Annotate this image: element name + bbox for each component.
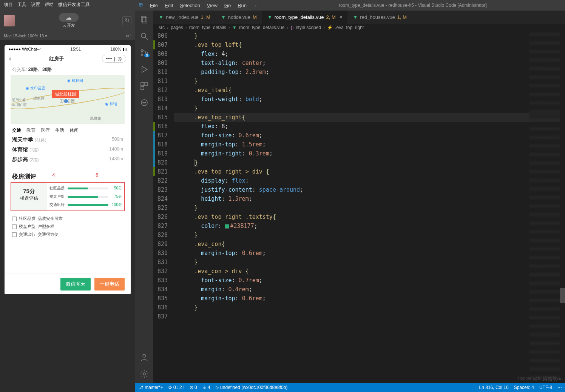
device-bar: Mac 15-inch 100% 16 ▾ ⧉ ⋮ (0, 32, 135, 40)
back-icon[interactable]: ‹ (9, 55, 11, 63)
settings-icon[interactable] (139, 369, 150, 379)
poi-list: 湖天中学(31路)500m 体育馆(1路)1400m 步步高(2路)1480m (5, 135, 131, 168)
scrollbar[interactable] (560, 31, 565, 383)
menu-dots-icon[interactable]: ••• | ◎ (102, 55, 126, 63)
indent-indicator[interactable]: Spaces: 4 (514, 385, 534, 390)
watermark: CSDN @叶染拾初on (517, 375, 563, 382)
overflow[interactable]: ⋯ (557, 385, 562, 390)
svg-point-11 (141, 100, 147, 106)
tab[interactable]: ▼red_houses.vue 1, M (347, 11, 412, 24)
editor-tabs: ▼new_index.vue 1, M ▼notice.vue M ▼room_… (153, 11, 565, 24)
menu-item[interactable]: 项目 (4, 2, 13, 8)
refresh-icon[interactable]: ↻ (122, 16, 131, 25)
menu-item[interactable]: 微信开发者工具 (58, 2, 90, 8)
map-poi: 通用北盛年-西广区 (12, 98, 27, 108)
cloud-dev-button[interactable]: ☁ 云开发 (19, 13, 119, 28)
activity-bar: 5 (135, 11, 153, 383)
devtools-toolbar: ☁ 云开发 ↻ (0, 9, 135, 32)
detail-row: 楼盘户型: 户型多样 (12, 223, 123, 231)
svg-point-5 (141, 54, 143, 56)
map-poi: ◉ 水印蓝庭 (26, 86, 45, 91)
debug-target[interactable]: ▷ undefined (wx0dc100f36d8e8f0b) (216, 385, 287, 390)
menu-overflow[interactable]: ··· (253, 3, 258, 8)
svg-line-3 (145, 37, 148, 40)
vscode-logo-icon: ⧉ (139, 2, 143, 9)
svg-rect-10 (141, 86, 144, 89)
chat-button[interactable]: 微信聊天 (60, 278, 91, 291)
signal-label: ●●●●● WeChat (8, 47, 41, 52)
time-label: 15:51 (71, 47, 81, 52)
menu-edit[interactable]: Edit (165, 3, 173, 8)
sim-statusbar: ●●●●● WeChat 15:51 100% ▮▯ (5, 45, 131, 53)
menu-item[interactable]: 帮助 (45, 2, 54, 8)
call-button[interactable]: 一键电话 (94, 278, 125, 291)
tab-leisure[interactable]: 休闲 (69, 127, 79, 134)
map-poi: 王猫公园 (60, 98, 75, 104)
device-tools[interactable]: ⧉ ⋮ (126, 34, 131, 38)
sim-footer: 微信聊天 一键电话 (5, 274, 131, 294)
tab-education[interactable]: 教育 (26, 127, 36, 134)
errors-indicator[interactable]: ⊘ 0 (190, 385, 197, 390)
device-label[interactable]: Mac 15-inch 100% 16 ▾ (4, 34, 47, 38)
ai-icon[interactable] (139, 97, 150, 108)
extensions-icon[interactable] (139, 81, 150, 91)
account-icon[interactable] (139, 352, 150, 363)
encoding-indicator[interactable]: UTF-8 (539, 385, 552, 390)
svg-marker-7 (142, 66, 147, 72)
breadcrumb[interactable]: src› pages› room_type_details› ▼room_typ… (153, 24, 565, 31)
tab-active[interactable]: ▼room_type_details.vue 2, M× (262, 11, 348, 24)
page-title: 红房子 (49, 55, 64, 62)
eva-right: 社区品质50分 楼盘户型75分 交通出行100分 (47, 183, 124, 211)
list-item[interactable]: 湖天中学(31路)500m (12, 135, 123, 145)
score-value: 75分 (11, 188, 47, 195)
explorer-icon[interactable] (139, 14, 150, 25)
tab-medical[interactable]: 医疗 (41, 127, 50, 134)
map-poi: ◉ 榆林园 (67, 78, 83, 83)
eva-row: 社区品质50分 (49, 184, 122, 192)
debug-icon[interactable] (139, 64, 150, 75)
cloud-icon: ☁ (59, 13, 79, 22)
menu-view[interactable]: View (207, 3, 218, 8)
search-icon[interactable] (139, 31, 150, 42)
eva-row: 交通出行100分 (49, 201, 122, 209)
map-pin: 城北碧桂园 (52, 90, 79, 98)
sync-indicator[interactable]: ⟳ 0↓ 2↑ (168, 385, 184, 390)
titlebar: ⧉ File Edit Selection View Go Run ··· ro… (135, 0, 565, 11)
editor[interactable]: 8068078088098108118128138148158168178188… (153, 31, 565, 383)
list-item[interactable]: 步步高(2路)1480m (12, 155, 123, 164)
tab[interactable]: ▼notice.vue M (216, 11, 262, 24)
code-area[interactable]: } .eva_top_left{ flex: 4; text-align: ce… (174, 31, 565, 383)
warnings-indicator[interactable]: ⚠ 4 (202, 385, 210, 390)
tab-life[interactable]: 生活 (55, 127, 64, 134)
menu-go[interactable]: Go (224, 3, 231, 8)
tab-traffic[interactable]: 交通 (12, 127, 21, 134)
svg-point-13 (143, 373, 145, 375)
map[interactable]: 城北碧桂园 ◉ 榆林园 ◉ 水印蓝庭 ◉ 和谐 观泉路 王猫公园 通用北盛年-西… (11, 75, 125, 124)
vscode: ⧉ File Edit Selection View Go Run ··· ro… (135, 0, 565, 392)
list-item[interactable]: 体育馆(1路)1400m (12, 145, 123, 155)
avatar[interactable] (4, 15, 15, 26)
sim-navbar: ‹ 红房子 ••• | ◎ (5, 53, 131, 64)
svg-rect-9 (145, 83, 148, 86)
cursor-position[interactable]: Ln 816, Col 16 (479, 385, 509, 390)
menu-file[interactable]: File (150, 3, 158, 8)
source-control-icon[interactable]: 5 (139, 48, 150, 58)
section-title: 楼房测评 (11, 171, 125, 181)
detail-row: 交通出行: 交通很方便 (12, 231, 123, 238)
menu-item[interactable]: 工具 (17, 2, 26, 8)
car-icon (12, 232, 17, 237)
close-icon[interactable]: × (340, 14, 343, 20)
svg-point-12 (143, 354, 146, 357)
detail-list: 社区品质: 品质安全可靠 楼盘户型: 户型多样 交通出行: 交通很方便 (11, 211, 125, 242)
tab[interactable]: ▼new_index.vue 1, M (153, 11, 216, 24)
menu-item[interactable]: 设置 (31, 2, 40, 8)
line-numbers: 8068078088098108118128138148158168178188… (155, 31, 174, 383)
svg-point-2 (141, 33, 146, 38)
score-label: 楼盘评估 (11, 195, 47, 201)
scroll-thumb[interactable] (560, 288, 565, 303)
scm-badge: 5 (144, 54, 149, 57)
menu-run[interactable]: Run (238, 3, 247, 8)
cloud-label: 云开发 (19, 23, 119, 28)
menu-selection[interactable]: Selection (180, 3, 200, 8)
branch-indicator[interactable]: ⎇ master*+ (138, 385, 163, 390)
